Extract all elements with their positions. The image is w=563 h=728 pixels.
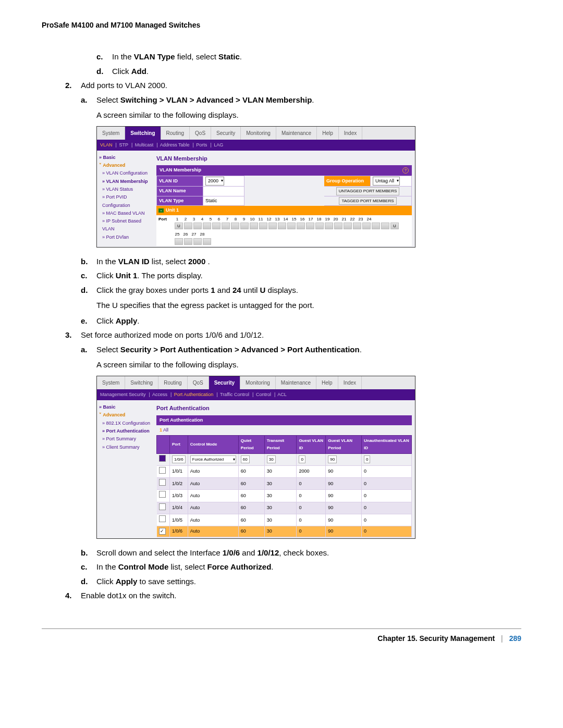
port-box[interactable]: U [175,223,183,229]
tab-system-2[interactable]: System [97,376,125,389]
port-box[interactable] [184,238,192,245]
group-op-select[interactable]: Untag All [371,176,412,186]
port-box[interactable] [184,223,192,229]
nav2-client-summary[interactable]: » Client Summary [102,443,151,451]
tab-qos-2[interactable]: QoS [188,376,209,389]
subtab-all[interactable]: All [163,427,168,433]
help-icon[interactable]: ? [402,167,409,174]
nav-mac-vlan[interactable]: » MAC Based VLAN [102,209,151,217]
port-box[interactable] [334,223,342,229]
port-row1-boxes[interactable]: UU [156,223,412,230]
subnav-stp[interactable]: STP [119,142,128,147]
port-box[interactable] [353,223,361,229]
tab-help[interactable]: Help [317,127,339,140]
tab-security[interactable]: Security [211,127,241,140]
tagged-members-button[interactable]: TAGGED PORT MEMBERS [339,197,396,205]
port-box[interactable] [325,223,333,229]
port-box[interactable] [287,223,296,229]
subnav-multicast[interactable]: Multicast [135,142,154,147]
port-row2-boxes[interactable] [156,238,412,246]
checkbox[interactable]: ✓ [159,528,166,535]
edit-control-mode[interactable]: Force Authorized [188,453,238,465]
port-box[interactable] [315,223,324,229]
port-box[interactable] [193,238,202,245]
port-box[interactable] [231,223,239,229]
port-box[interactable]: U [390,223,399,229]
checkbox[interactable] [159,491,166,498]
table-row[interactable]: ✓1/0/6Auto60300900 [157,526,412,537]
nav-vlan-config[interactable]: » VLAN Configuration [102,169,151,177]
tab-index[interactable]: Index [339,127,362,140]
subnav-traffic[interactable]: Traffic Control [220,392,249,397]
vlan-id-select[interactable]: 2000 [203,176,244,186]
nav-vlan-status[interactable]: » VLAN Status [102,186,151,193]
table-row[interactable]: 1/0/3Auto60300900 [157,490,412,502]
collapse-icon[interactable]: - [158,208,164,213]
tab-switching[interactable]: Switching [125,127,161,140]
nav2-8021x[interactable]: » 802.1X Configuration [102,419,151,427]
checkbox[interactable] [159,515,166,522]
nav-vlan-membership[interactable]: » VLAN Membership [102,178,151,186]
nav2-basic[interactable]: » Basic [99,403,151,411]
port-box[interactable] [381,223,389,229]
nav2-advanced[interactable]: ˅ Advanced [99,411,151,419]
port-box[interactable] [372,223,380,229]
port-box[interactable] [212,223,221,229]
nav2-port-summary[interactable]: » Port Summary [102,435,151,443]
subnav-ports[interactable]: Ports [196,142,207,147]
port-box[interactable] [203,223,211,229]
port-box[interactable] [306,223,314,229]
tab-qos[interactable]: QoS [190,127,211,140]
tab-monitoring-2[interactable]: Monitoring [240,376,276,389]
edit-uvid[interactable]: 0 [361,453,411,465]
subnav-address-table[interactable]: Address Table [160,142,190,147]
edit-gvid[interactable]: 0 [297,453,326,465]
tab-routing[interactable]: Routing [161,127,190,140]
tab-help-2[interactable]: Help [316,376,338,389]
port-box[interactable] [259,223,267,229]
port-box[interactable] [278,223,286,229]
port-box[interactable] [193,223,202,229]
subnav-mgmt-security[interactable]: Management Security [100,392,146,397]
port-box[interactable] [344,223,352,229]
subtab-1[interactable]: 1 [160,427,162,433]
edit-quiet[interactable]: 60 [238,453,264,465]
port-box[interactable] [240,223,249,229]
nav-port-pvid[interactable]: » Port PVID Configuration [102,193,151,209]
nav-ip-subnet-vlan[interactable]: » IP Subnet Based VLAN [102,217,151,233]
table-row[interactable]: 1/0/4Auto60300900 [157,502,412,514]
nav-advanced[interactable]: ˅ Advanced [99,162,151,169]
port-box[interactable] [203,238,211,245]
checkbox-all[interactable] [159,455,166,462]
subnav-access[interactable]: Access [152,392,167,397]
unit-row[interactable]: - Unit 1 [156,206,412,215]
tab-maintenance[interactable]: Maintenance [276,127,317,140]
port-box[interactable] [362,223,371,229]
subnav-port-auth[interactable]: Port Authentication [174,392,214,397]
table-row[interactable]: 1/0/5Auto60300900 [157,514,412,526]
port-box[interactable] [250,223,258,229]
nav-port-dvlan[interactable]: » Port DVlan [102,233,151,241]
subnav-acl[interactable]: ACL [277,392,287,397]
edit-transmit[interactable]: 30 [264,453,297,465]
untagged-members-button[interactable]: UNTAGGED PORT MEMBERS [336,187,400,195]
subnav-vlan[interactable]: VLAN [100,142,113,147]
checkbox[interactable] [159,479,166,486]
port-box[interactable] [297,223,305,229]
port-box[interactable] [268,223,277,229]
tab-routing-2[interactable]: Routing [158,376,187,389]
tab-system[interactable]: System [97,127,125,140]
checkbox[interactable] [159,467,166,474]
nav2-port-auth[interactable]: » Port Authentication [102,427,151,435]
checkbox[interactable] [159,503,166,510]
port-box[interactable] [222,223,230,229]
subnav-control[interactable]: Control [256,392,271,397]
nav-basic[interactable]: » Basic [99,154,151,162]
tab-security-2[interactable]: Security [209,376,240,389]
tab-index-2[interactable]: Index [338,376,362,389]
tab-monitoring[interactable]: Monitoring [241,127,276,140]
edit-gvp[interactable]: 90 [326,453,362,465]
port-box[interactable] [175,238,183,245]
tab-maintenance-2[interactable]: Maintenance [276,376,316,389]
table-row[interactable]: 1/0/2Auto60300900 [157,478,412,490]
